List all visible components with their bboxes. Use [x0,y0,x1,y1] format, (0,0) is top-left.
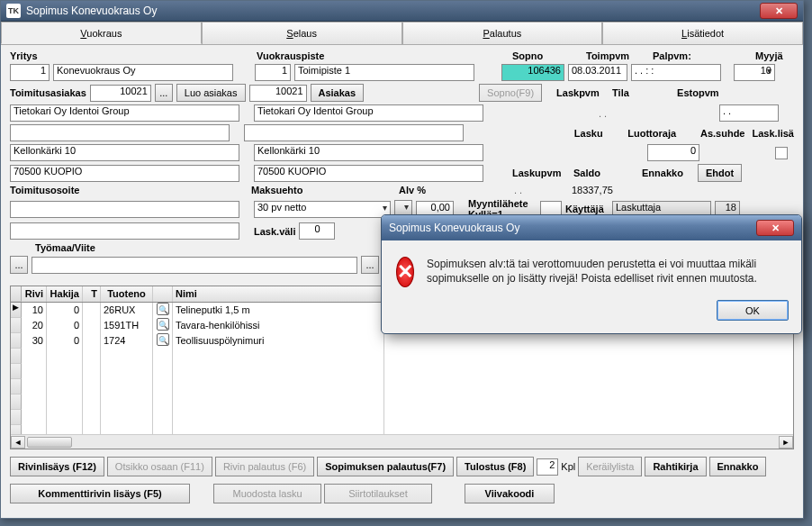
vuokrauspiste-no-field[interactable]: 1 [255,64,291,81]
rivinlisays-button[interactable]: Rivinlisäys (F12) [10,457,104,476]
asiakas-button[interactable]: Asiakas [311,84,365,102]
label-lasku: Lasku [574,128,624,139]
window-title: Sopimus Konevuokraus Oy [26,5,760,17]
col-tuoteno[interactable]: Tuoteno [101,286,153,302]
label-laskpvm: Laskpvm [556,87,609,98]
sopno-field[interactable]: 106436 [501,64,564,81]
ennakko-button[interactable]: Ennakko [709,457,767,476]
maksuehto-select[interactable]: 30 pv netto [254,201,391,218]
toimitusosoite2-field[interactable] [10,222,239,240]
label-tila: Tila [612,87,673,98]
label-kayttaja: Käyttäjä [565,204,609,214]
luo-asiakas-button[interactable]: Luo asiakas [176,84,246,102]
myyja-select[interactable]: 10 [734,64,775,81]
col-hakija[interactable]: Hakija [47,286,83,302]
search-icon[interactable] [157,318,169,331]
sopimuksen-palautus-button[interactable]: Sopimuksen palautus(F7) [317,457,454,476]
toimitusasiakas-no-field[interactable]: 10021 [90,85,151,102]
label-saldo: Saldo [573,168,638,178]
label-laskupvm: Laskupvm [512,168,570,178]
addr2-field[interactable]: Kellonkärki 10 [254,144,483,161]
tab-lisatiedot[interactable]: Lisätiedot [602,22,803,44]
estopvm-field[interactable]: . . [719,104,779,122]
tyomaa-lookup-button-2[interactable]: ... [361,256,379,274]
dialog-close-button[interactable]: ✕ [756,220,794,236]
scroll-thumb[interactable] [27,437,72,448]
label-sopno: Sopno [512,50,582,61]
saldo-value: 18337,75 [572,185,636,195]
viivakoodi-button[interactable]: Viivakoodi [465,484,555,503]
company1-field[interactable]: Tietokari Oy Identoi Group [10,104,239,122]
table-row[interactable] [11,410,793,425]
addr1-field[interactable]: Kellonkärki 10 [10,144,239,161]
label-maksuehto: Maksuehto [251,185,395,195]
rivin-palautus-button[interactable]: Rivin palautus (F6) [215,457,314,476]
dialog-ok-button[interactable]: OK [717,300,789,321]
dialog-titlebar[interactable]: Sopimus Konevuokraus Oy ✕ [382,215,801,240]
app-logo-icon: TK [6,4,21,18]
asiakas-no-field[interactable]: 10021 [249,85,307,102]
tab-vuokraus[interactable]: Vuokraus [1,22,202,44]
table-row[interactable] [11,379,793,394]
rahtikirja-button[interactable]: Rahtikirja [645,457,706,476]
tyomaa-lookup-button[interactable]: ... [10,256,28,274]
toimitusosoite-field[interactable] [10,201,239,218]
search-icon[interactable] [157,333,169,346]
table-row[interactable] [11,394,793,410]
error-dialog: Sopimus Konevuokraus Oy ✕ ✕ Sopimuksen a… [381,214,802,334]
scroll-right-icon[interactable]: ► [779,436,793,449]
lask-lisa-checkbox[interactable] [775,147,788,159]
label-toimitusosoite: Toimitusosoite [10,185,248,195]
company2-field[interactable]: Tietokari Oy Identoi Group [254,104,483,122]
toimpvm-field[interactable]: 08.03.2011 [568,64,627,81]
label-ennakko: Ennakko [642,168,694,178]
city1-field[interactable]: 70500 KUOPIO [10,165,239,182]
table-row[interactable] [11,349,793,364]
grid-hscroll[interactable]: ◄ ► [11,434,793,449]
tulostus-button[interactable]: Tulostus (F8) [456,457,534,476]
city2-field[interactable]: 70500 KUOPIO [254,165,483,182]
kpl-field[interactable]: 2 [537,458,558,476]
tyomaa-viite-field[interactable] [32,257,357,274]
company2-line2[interactable] [244,124,464,141]
label-lask-vali: Lask.väli [254,226,295,237]
error-icon: ✕ [396,257,414,287]
palpvm-field[interactable]: . . : : [631,64,721,81]
col-rivi[interactable]: Rivi [22,286,47,302]
yritys-no-field[interactable]: 1 [10,64,50,81]
siirtotilaukset-button[interactable]: Siirtotilaukset [324,484,432,503]
main-tabs: Vuokraus Selaus Palautus Lisätiedot [1,22,803,45]
otsikko-osaan-button[interactable]: Otsikko osaan (F11) [107,457,212,476]
laskpvm-field: . . [599,108,651,119]
yritys-name-field[interactable]: Konevuokraus Oy [53,64,233,81]
ehdot-button[interactable]: Ehdot [698,164,742,182]
label-kpl: Kpl [561,461,575,472]
table-row[interactable] [11,364,793,379]
luottoraja-field[interactable]: 0 [647,144,699,161]
kerailylista-button[interactable]: Keräilylista [578,457,642,476]
laskupvm-field: . . [514,185,568,195]
label-tyomaa-viite: Työmaa/Viite [35,242,95,253]
titlebar[interactable]: TK Sopimus Konevuokraus Oy ✕ [1,1,803,22]
scroll-left-icon[interactable]: ◄ [11,436,25,449]
close-button[interactable]: ✕ [760,3,798,19]
label-lask-lisa: Lask.lisä [753,128,794,139]
label-myyja: Myyjä [755,50,783,61]
muodosta-lasku-button[interactable]: Muodosta lasku [213,484,321,503]
tab-selaus[interactable]: Selaus [202,22,402,44]
company1-line2[interactable] [10,124,230,141]
label-palpvm: Palpvm: [653,50,752,61]
table-row[interactable]: 3001724Teollisuuspölynimuri [11,333,793,349]
lookup-button-1[interactable]: ... [155,84,173,102]
vuokrauspiste-name-field[interactable]: Toimipiste 1 [294,64,474,81]
search-icon[interactable] [157,303,169,315]
dialog-title: Sopimus Konevuokraus Oy [389,222,756,234]
kommenttirivin-button[interactable]: Kommenttirivin lisäys (F5) [10,484,190,503]
tab-palautus[interactable]: Palautus [402,22,603,44]
lask-vali-field[interactable]: 0 [299,222,335,240]
dialog-message: Sopimuksen alv:tä tai verottomuuden peru… [427,257,787,286]
sopno-f9-button[interactable]: Sopno(F9) [479,84,542,102]
label-alv: Alv % [399,185,453,195]
col-t[interactable]: T [83,286,101,302]
col-nimi[interactable]: Nimi [173,286,384,302]
